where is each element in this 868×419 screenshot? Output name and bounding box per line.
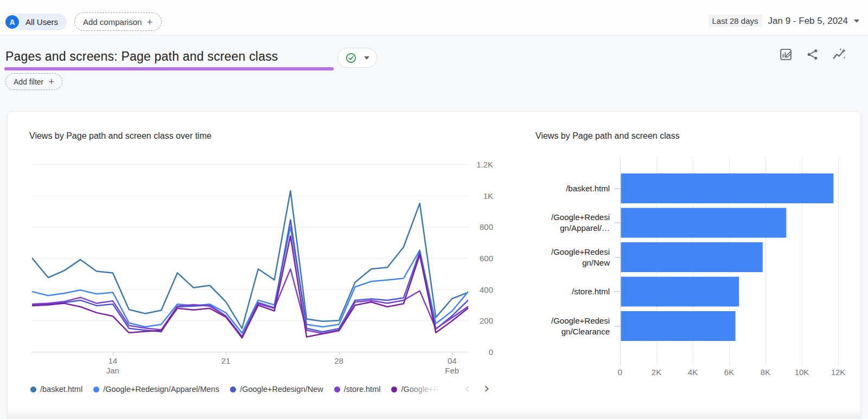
y-axis-label: 0 [468, 347, 493, 357]
date-preset-label: Last 28 days [709, 15, 762, 27]
y-axis-label: 1.2K [468, 160, 493, 169]
x-axis-label: 12K [825, 368, 852, 377]
x-axis-tick [113, 352, 113, 355]
date-range-value: Jan 9 - Feb 5, 2024 [768, 16, 848, 27]
chevron-down-icon [854, 20, 859, 23]
legend-label: /Google+Redesign/Apparel/Mens [103, 385, 219, 394]
line-series [32, 191, 468, 328]
legend-fade [404, 381, 450, 398]
share-icon[interactable] [805, 47, 820, 62]
line-series [32, 227, 468, 333]
line-series [32, 236, 468, 338]
avatar: A [4, 14, 20, 30]
annotation-underline [4, 67, 334, 70]
line-chart-title: Views by Page path and screen class over… [29, 131, 212, 141]
bar[interactable] [621, 208, 787, 238]
x-axis-label: 04Feb [436, 356, 468, 376]
legend-item: /Google+Redesign/Apparel/Mens [93, 385, 219, 394]
legend-item: /basket.html [30, 385, 82, 394]
legend-dot-icon [93, 386, 99, 392]
plus-icon: + [48, 76, 54, 87]
customize-report-icon[interactable] [778, 47, 793, 62]
y-axis-label: 600 [468, 254, 493, 263]
legend-label: /store.html [344, 385, 381, 394]
legend-dot-icon [391, 386, 397, 392]
report-card: Views by Page path and screen class over… [7, 111, 861, 419]
x-axis-tick [452, 352, 452, 355]
bar[interactable] [621, 311, 736, 341]
legend-dot-icon [230, 386, 236, 392]
bar[interactable] [621, 173, 834, 203]
check-circle-icon [345, 52, 357, 64]
x-axis-tick [339, 352, 340, 355]
legend-label: /Google+Redesign/New [240, 385, 323, 394]
category-axis-tick [614, 222, 620, 223]
category-axis-tick [614, 326, 620, 327]
segment-chip-label: All Users [25, 17, 58, 27]
add-filter-button[interactable]: Add filter + [5, 73, 62, 90]
x-axis-label: 28 [323, 356, 355, 366]
x-axis-label: 6K [716, 368, 743, 377]
x-axis-label: 21 [209, 356, 242, 366]
insights-icon[interactable] [832, 47, 846, 62]
legend-dot-icon [30, 386, 36, 392]
y-axis-label: 400 [468, 285, 493, 294]
category-axis-tick [614, 257, 620, 258]
legend-next-icon[interactable]: › [484, 379, 489, 397]
x-axis-label: 8K [752, 368, 779, 377]
bar-chart-plot[interactable] [620, 157, 844, 365]
line-chart-plot[interactable] [32, 158, 468, 353]
y-axis-label: 1K [468, 191, 493, 200]
bar-category-label: /basket.html [549, 183, 610, 194]
bar-category-label: /store.html [549, 286, 610, 297]
chevron-down-icon [364, 56, 369, 60]
x-axis-label: 0 [607, 368, 634, 377]
segment-chip-all-users[interactable]: A All Users [4, 14, 67, 30]
legend-dot-icon [334, 386, 340, 392]
bar-category-label: /Google+Redesign/New [549, 246, 610, 268]
category-axis-tick [614, 188, 620, 189]
plus-icon: + [146, 17, 152, 27]
legend-item: /store.html [334, 385, 381, 394]
x-axis-label: 4K [679, 368, 706, 377]
topbar: A All Users Add comparison + Last 28 day… [0, 0, 868, 35]
y-axis-label: 800 [468, 222, 493, 231]
legend-item: /Google+Redesign/New [230, 385, 323, 394]
x-axis-label: 14Jan [97, 356, 129, 376]
bar-category-label: /Google+Redesign/Apparel/… [549, 212, 610, 234]
page-title: Pages and screens: Page path and screen … [5, 49, 278, 64]
date-range-picker[interactable]: Last 28 days Jan 9 - Feb 5, 2024 [709, 15, 860, 27]
bar[interactable] [621, 277, 739, 307]
category-axis-tick [614, 291, 620, 292]
add-comparison-button[interactable]: Add comparison + [74, 12, 162, 31]
report-status-dropdown[interactable] [337, 48, 377, 68]
bar[interactable] [621, 242, 763, 272]
card-bottom-fade [8, 409, 860, 419]
legend-prev-icon[interactable]: ‹ [464, 379, 470, 397]
add-filter-label: Add filter [14, 78, 43, 86]
report-actions [778, 47, 846, 62]
bar-chart-title: Views by Page path and screen class [535, 131, 680, 141]
y-axis-label: 200 [468, 316, 493, 325]
x-axis-tick [226, 352, 226, 355]
bar-category-label: /Google+Redesign/Clearance [549, 315, 610, 337]
add-comparison-label: Add comparison [83, 17, 142, 27]
legend: /basket.html/Google+Redesign/Apparel/Men… [30, 381, 508, 398]
legend-label: /basket.html [40, 385, 82, 394]
x-axis-label: 2K [643, 368, 670, 377]
x-axis-label: 10K [788, 368, 815, 377]
